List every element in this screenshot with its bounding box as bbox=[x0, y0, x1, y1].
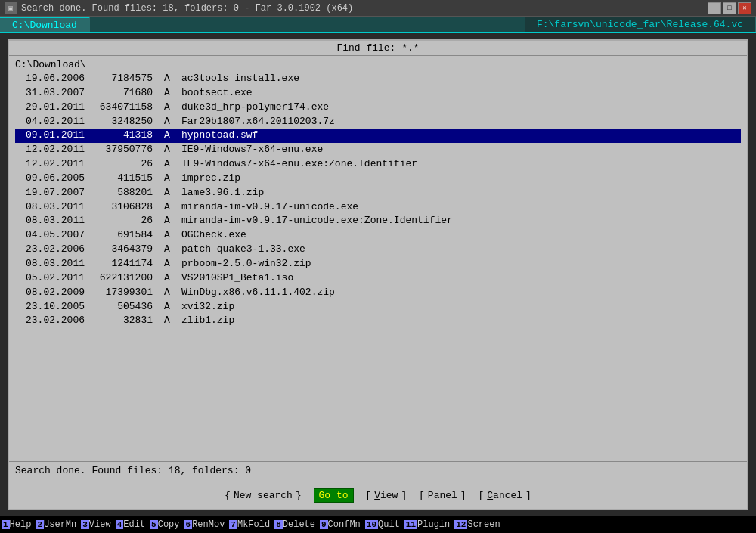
file-size: 3106828 bbox=[91, 200, 159, 215]
fkey-11[interactable]: 11Plugin bbox=[404, 519, 450, 530]
table-row[interactable]: 23.02.2006 3464379 A patch_quake3-1.33.e… bbox=[15, 243, 741, 257]
fkey-9[interactable]: 9ConfMn bbox=[320, 519, 361, 530]
file-name: miranda-im-v0.9.17-unicode.exe:Zone.Iden… bbox=[181, 214, 741, 228]
file-attr: A bbox=[159, 228, 181, 243]
minimize-button[interactable]: – bbox=[708, 2, 721, 14]
cancel-button[interactable]: Cancel bbox=[487, 490, 522, 501]
button-bar: { New search } Go to [ View ] [ Panel ] … bbox=[9, 484, 747, 509]
status-bar: Search done. Found files: 18, folders: 0 bbox=[9, 461, 747, 484]
panel-button[interactable]: Panel bbox=[428, 490, 457, 501]
file-name: imprec.zip bbox=[181, 172, 741, 186]
maximize-button[interactable]: □ bbox=[723, 2, 736, 14]
file-name: IE9-Windows7-x64-enu.exe bbox=[181, 143, 741, 157]
new-search-button[interactable]: New search bbox=[234, 490, 293, 501]
fkey-3[interactable]: 3View bbox=[81, 519, 110, 530]
fkey-6[interactable]: 6RenMov bbox=[184, 519, 225, 530]
file-attr: A bbox=[159, 129, 181, 143]
title-bar-buttons: – □ ✕ bbox=[708, 2, 751, 14]
goto-button[interactable]: Go to bbox=[314, 488, 354, 503]
file-date: 09.06.2005 bbox=[15, 172, 91, 186]
fkey-label-4: Edit bbox=[123, 519, 145, 530]
file-list-area: C:\Download\ 19.06.2006 7184575 A ac3too… bbox=[9, 56, 747, 461]
table-row[interactable]: 31.03.2007 71680 A bootsect.exe bbox=[15, 86, 741, 101]
content-area: Find file: *.* C:\Download\ 19.06.2006 7… bbox=[0, 33, 756, 516]
table-row[interactable]: 19.07.2007 588201 A lame3.96.1.zip bbox=[15, 186, 741, 200]
panel-bracket-open: [ bbox=[419, 490, 425, 501]
title-bar: ▣ Search done. Found files: 18, folders:… bbox=[0, 0, 756, 17]
table-row[interactable]: 23.02.2006 32831 A zlib1.zip bbox=[15, 314, 741, 328]
file-date: 29.01.2011 bbox=[15, 101, 91, 115]
file-size: 3464379 bbox=[91, 243, 159, 257]
file-name: zlib1.zip bbox=[181, 314, 741, 328]
table-row[interactable]: 08.03.2011 1241174 A prboom-2.5.0-win32.… bbox=[15, 257, 741, 271]
file-attr: A bbox=[159, 243, 181, 257]
fkey-label-3: View bbox=[89, 519, 111, 530]
btn-spacer-4 bbox=[469, 490, 476, 501]
fkey-8[interactable]: 8Delete bbox=[274, 519, 315, 530]
fkey-12[interactable]: 12Screen bbox=[454, 519, 500, 530]
file-name: WinDbg.x86.v6.11.1.402.zip bbox=[181, 286, 741, 300]
file-attr: A bbox=[159, 257, 181, 271]
fkey-num-8: 8 bbox=[274, 520, 283, 529]
table-row[interactable]: 12.02.2011 37950776 A IE9-Windows7-x64-e… bbox=[15, 143, 741, 157]
fkey-label-6: RenMov bbox=[192, 519, 225, 530]
file-size: 32831 bbox=[91, 314, 159, 328]
file-date: 12.02.2011 bbox=[15, 157, 91, 172]
fkey-num-3: 3 bbox=[81, 520, 89, 529]
table-row[interactable]: 09.01.2011 41318 A hypnotoad.swf bbox=[15, 129, 741, 143]
file-date: 19.07.2007 bbox=[15, 186, 91, 200]
new-search-brace-open: { bbox=[225, 490, 231, 501]
table-row[interactable]: 19.06.2006 7184575 A ac3tools_install.ex… bbox=[15, 72, 741, 86]
table-row[interactable]: 08.03.2011 3106828 A miranda-im-v0.9.17-… bbox=[15, 200, 741, 215]
file-name: patch_quake3-1.33.exe bbox=[181, 243, 741, 257]
file-name: IE9-Windows7-x64-enu.exe:Zone.Identifier bbox=[181, 157, 741, 172]
tab-spacer bbox=[90, 17, 525, 32]
file-name: VS2010SP1_Beta1.iso bbox=[181, 271, 741, 286]
file-list: 19.06.2006 7184575 A ac3tools_install.ex… bbox=[15, 72, 741, 328]
file-date: 04.02.2011 bbox=[15, 115, 91, 129]
file-name: bootsect.exe bbox=[181, 86, 741, 101]
table-row[interactable]: 09.06.2005 411515 A imprec.zip bbox=[15, 172, 741, 186]
table-row[interactable]: 04.05.2007 691584 A OGCheck.exe bbox=[15, 228, 741, 243]
fkey-label-11: Plugin bbox=[417, 519, 450, 530]
file-attr: A bbox=[159, 157, 181, 172]
file-attr: A bbox=[159, 271, 181, 286]
fkey-1[interactable]: 1Help bbox=[2, 519, 31, 530]
file-attr: A bbox=[159, 200, 181, 215]
file-size: 41318 bbox=[91, 129, 159, 143]
file-attr: A bbox=[159, 314, 181, 328]
tab-right[interactable]: F:\farsvn\unicode_far\Release.64.vc bbox=[525, 17, 756, 32]
tab-left[interactable]: C:\Download bbox=[0, 17, 90, 32]
tab-bar: C:\Download F:\farsvn\unicode_far\Releas… bbox=[0, 17, 756, 33]
file-date: 04.05.2007 bbox=[15, 228, 91, 243]
fkey-4[interactable]: 4Edit bbox=[116, 519, 145, 530]
file-name: duke3d_hrp-polymer174.exe bbox=[181, 101, 741, 115]
table-row[interactable]: 04.02.2011 3248250 A Far20b1807.x64.2011… bbox=[15, 115, 741, 129]
file-size: 691584 bbox=[91, 228, 159, 243]
table-row[interactable]: 12.02.2011 26 A IE9-Windows7-x64-enu.exe… bbox=[15, 157, 741, 172]
file-date: 23.02.2006 bbox=[15, 314, 91, 328]
table-row[interactable]: 08.02.2009 17399301 A WinDbg.x86.v6.11.1… bbox=[15, 286, 741, 300]
table-row[interactable]: 29.01.2011 634071158 A duke3d_hrp-polyme… bbox=[15, 101, 741, 115]
view-button[interactable]: View bbox=[374, 490, 398, 501]
file-name: OGCheck.exe bbox=[181, 228, 741, 243]
btn-spacer-1 bbox=[305, 490, 311, 501]
table-row[interactable]: 23.10.2005 505436 A xvi32.zip bbox=[15, 300, 741, 315]
fkey-7[interactable]: 7MkFold bbox=[229, 519, 270, 530]
file-date: 08.03.2011 bbox=[15, 200, 91, 215]
file-attr: A bbox=[159, 115, 181, 129]
fkey-label-1: Help bbox=[10, 519, 32, 530]
table-row[interactable]: 05.02.2011 622131200 A VS2010SP1_Beta1.i… bbox=[15, 271, 741, 286]
fkey-num-12: 12 bbox=[454, 520, 467, 529]
fkey-2[interactable]: 2UserMn bbox=[36, 519, 76, 530]
table-row[interactable]: 08.03.2011 26 A miranda-im-v0.9.17-unico… bbox=[15, 214, 741, 228]
file-attr: A bbox=[159, 172, 181, 186]
close-button[interactable]: ✕ bbox=[738, 2, 751, 14]
file-date: 09.01.2011 bbox=[15, 129, 91, 143]
file-date: 12.02.2011 bbox=[15, 143, 91, 157]
fkey-10[interactable]: 10Quit bbox=[365, 519, 400, 530]
file-size: 622131200 bbox=[91, 271, 159, 286]
fkey-5[interactable]: 5Copy bbox=[150, 519, 179, 530]
file-date: 08.03.2011 bbox=[15, 214, 91, 228]
file-attr: A bbox=[159, 86, 181, 101]
